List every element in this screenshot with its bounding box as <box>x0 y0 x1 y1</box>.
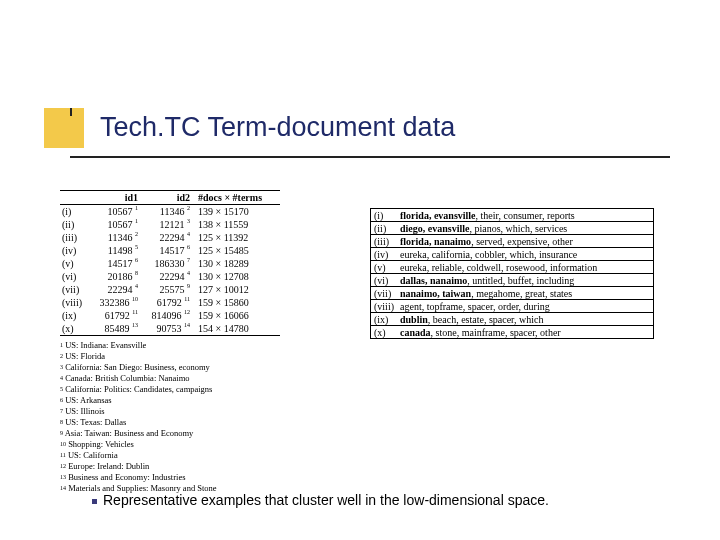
footnote: 8 US: Texas: Dallas <box>60 417 320 428</box>
bullet-summary: Representative examples that cluster wel… <box>92 492 549 508</box>
table-row: (x)canada, stone, mainframe, spacer, oth… <box>371 326 653 339</box>
table-row: (iv)eureka, california, cobbler, which, … <box>371 248 653 261</box>
table-row: (viii)332386 1061792 11159 × 15860 <box>60 296 280 309</box>
table-row: (vii)nanaimo, taiwan, megahome, great, s… <box>371 287 653 300</box>
table-row: (i)10567 111346 2139 × 15170 <box>60 205 280 218</box>
table-row: (ix)61792 11814096 12159 × 16066 <box>60 309 280 322</box>
left-table: id1 id2 #docs × #terms (i)10567 111346 2… <box>60 190 280 336</box>
footnote: 7 US: Illinois <box>60 406 320 417</box>
table-row: (vi)20186 822294 4130 × 12708 <box>60 270 280 283</box>
footnotes: 1 US: Indiana: Evansville2 US: Florida3 … <box>60 340 320 494</box>
table-row: (vi)dallas, nanaimo, untitled, buffet, i… <box>371 274 653 287</box>
table-row: (i)florida, evansville, their, consumer,… <box>371 209 653 222</box>
footnote: 3 California: San Diego: Business, econo… <box>60 362 320 373</box>
title-underline <box>70 156 670 158</box>
footnote: 12 Europe: Ireland: Dublin <box>60 461 320 472</box>
footnote: 11 US: California <box>60 450 320 461</box>
table-row: (ii)diego, evansville, pianos, which, se… <box>371 222 653 235</box>
right-table: (i)florida, evansville, their, consumer,… <box>370 208 654 339</box>
bullet-text: Representative examples that cluster wel… <box>103 492 549 508</box>
table-row: (viii)agent, topframe, spacer, order, du… <box>371 300 653 313</box>
page-title: Tech.TC Term-document data <box>100 112 660 143</box>
left-table-header: id1 id2 #docs × #terms <box>60 190 280 205</box>
table-row: (v)eureka, reliable, coldwell, rosewood,… <box>371 261 653 274</box>
footnote: 1 US: Indiana: Evansville <box>60 340 320 351</box>
footnote: 6 US: Arkansas <box>60 395 320 406</box>
accent-decoration <box>44 108 84 148</box>
footnote: 10 Shopping: Vehicles <box>60 439 320 450</box>
table-row: (v)14517 6186330 7130 × 18289 <box>60 257 280 270</box>
table-row: (iii)florida, nanaimo, served, expensive… <box>371 235 653 248</box>
footnote: 13 Business and Economy: Industries <box>60 472 320 483</box>
title-tick <box>70 108 72 116</box>
footnote: 5 California: Politics: Candidates, camp… <box>60 384 320 395</box>
table-row: (ix)dublin, beach, estate, spacer, which <box>371 313 653 326</box>
table-row: (x)85489 1390753 14154 × 14780 <box>60 322 280 336</box>
bullet-icon <box>92 499 97 504</box>
footnote: 9 Asia: Taiwan: Business and Economy <box>60 428 320 439</box>
table-row: (ii)10567 112121 3138 × 11559 <box>60 218 280 231</box>
hdr-id2: id2 <box>140 191 192 204</box>
hdr-id1: id1 <box>92 191 140 204</box>
footnote: 4 Canada: British Columbia: Nanaimo <box>60 373 320 384</box>
footnote: 2 US: Florida <box>60 351 320 362</box>
hdr-dt: #docs × #terms <box>192 191 280 204</box>
table-row: (iv)11498 514517 6125 × 15485 <box>60 244 280 257</box>
table-row: (iii)11346 222294 4125 × 11392 <box>60 231 280 244</box>
table-row: (vii)22294 425575 9127 × 10012 <box>60 283 280 296</box>
